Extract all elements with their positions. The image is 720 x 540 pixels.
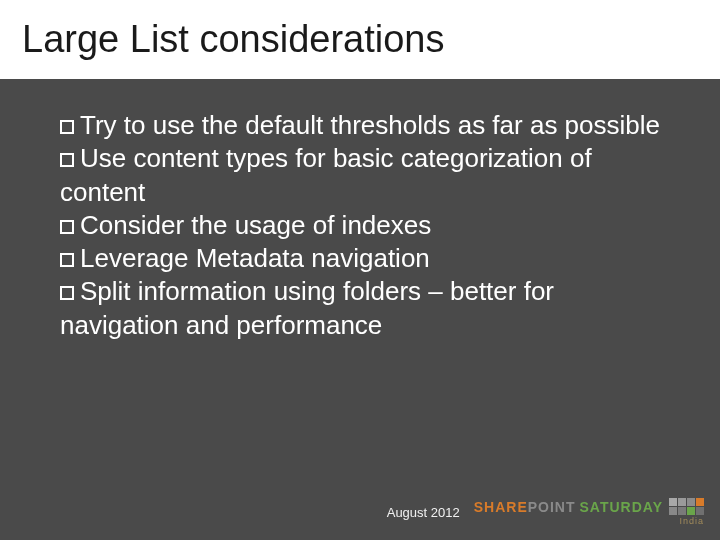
bullet-item: Use content types for basic categorizati… <box>60 142 670 209</box>
footer-date: August 2012 <box>387 505 460 520</box>
slide-title: Large List considerations <box>0 0 720 79</box>
bullet-item: Leverage Metadata navigation <box>60 242 670 275</box>
bullet-item: Split information using folders – better… <box>60 275 670 342</box>
bullet-item: Consider the usage of indexes <box>60 209 670 242</box>
bullet-item: Try to use the default thresholds as far… <box>60 109 670 142</box>
bullet-icon <box>60 286 74 300</box>
logo-squares-icon <box>669 498 704 515</box>
bullet-icon <box>60 220 74 234</box>
logo-text-india: India <box>679 517 704 526</box>
bullet-text: Split information using folders – better… <box>60 276 554 339</box>
sharepoint-saturday-logo: SHAREPOINT SATURDAY India <box>474 498 704 526</box>
bullet-text: Consider the usage of indexes <box>80 210 431 240</box>
logo-top-row: SHAREPOINT SATURDAY <box>474 498 704 515</box>
logo-text-saturday: SATURDAY <box>580 500 663 514</box>
slide-body: Try to use the default thresholds as far… <box>0 79 720 362</box>
slide-footer: August 2012 SHAREPOINT SATURDAY India <box>387 498 704 526</box>
logo-text-point: POINT <box>528 500 576 514</box>
bullet-text: Try to use the default thresholds as far… <box>80 110 660 140</box>
bullet-icon <box>60 253 74 267</box>
bullet-icon <box>60 120 74 134</box>
bullet-text: Use content types for basic categorizati… <box>60 143 592 206</box>
bullet-text: Leverage Metadata navigation <box>80 243 430 273</box>
logo-text-share: SHARE <box>474 500 528 514</box>
bullet-icon <box>60 153 74 167</box>
